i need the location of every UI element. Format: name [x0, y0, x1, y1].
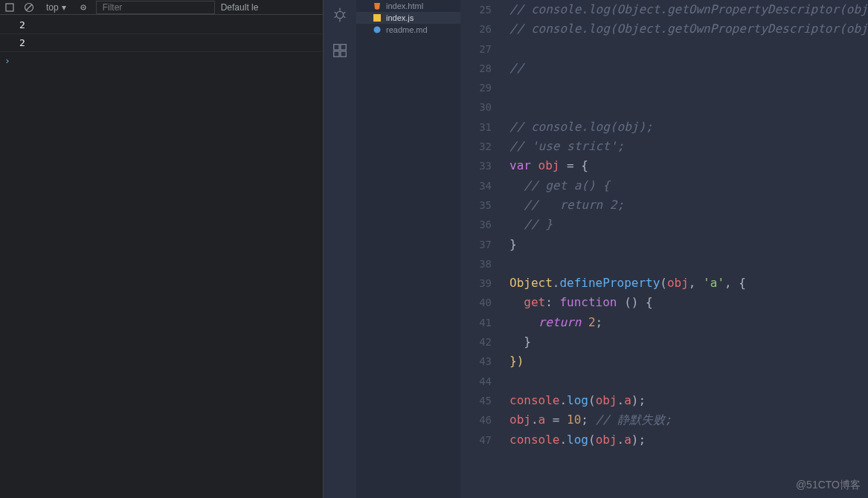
explorer-file[interactable]: readme.md [356, 24, 460, 36]
clear-console-icon[interactable] [22, 1, 36, 14]
code-line[interactable]: console.log(obj.a); [509, 391, 868, 410]
code-line[interactable]: }) [509, 352, 868, 371]
svg-line-2 [26, 4, 32, 10]
md-file-icon [373, 25, 382, 34]
line-number: 29 [460, 78, 492, 97]
line-number: 36 [460, 215, 492, 234]
code-line[interactable] [509, 39, 868, 59]
line-number: 27 [460, 39, 492, 59]
js-file-icon [373, 13, 382, 22]
console-output: 2 2 › [0, 15, 323, 71]
log-levels-dropdown[interactable]: Default le [221, 2, 259, 13]
line-number: 32 [460, 137, 492, 156]
line-number: 40 [460, 293, 492, 312]
console-entry[interactable]: 2 [0, 34, 323, 52]
code-line[interactable] [509, 254, 868, 274]
line-number: 25 [460, 0, 492, 19]
line-number: 26 [460, 19, 492, 39]
devtools-panel: top ▾ Default le 2 2 › [0, 0, 324, 498]
line-number: 44 [460, 372, 492, 391]
console-entry[interactable]: 2 [0, 16, 323, 34]
code-line[interactable] [509, 78, 868, 97]
code-line[interactable]: console.log(obj.a); [509, 430, 868, 450]
svg-rect-16 [373, 14, 381, 22]
file-name-label: index.js [386, 13, 414, 22]
filter-input[interactable] [96, 1, 215, 14]
code-line[interactable]: // 'use strict'; [509, 137, 868, 156]
line-number: 34 [460, 176, 492, 195]
execution-context-dropdown[interactable]: top ▾ [42, 2, 71, 13]
code-line[interactable]: // console.log(obj); [509, 117, 868, 137]
code-line[interactable]: } [509, 235, 868, 254]
file-name-label: index.html [386, 1, 423, 10]
live-expression-icon[interactable] [77, 1, 90, 14]
code-line[interactable]: var obj = { [509, 156, 868, 175]
svg-point-5 [336, 11, 343, 18]
line-number: 28 [460, 59, 492, 78]
svg-rect-14 [334, 51, 339, 56]
context-label: top [46, 2, 59, 13]
svg-rect-15 [341, 51, 346, 56]
code-line[interactable]: return 2; [509, 313, 868, 332]
watermark: @51CTO博客 [796, 479, 861, 492]
svg-rect-0 [6, 4, 13, 11]
debug-icon[interactable] [329, 4, 350, 25]
svg-line-10 [335, 16, 337, 18]
svg-line-8 [335, 12, 337, 13]
devtools-toolbar: top ▾ Default le [0, 0, 323, 15]
svg-rect-12 [334, 45, 339, 50]
code-line[interactable]: // [509, 59, 868, 78]
code-line[interactable]: get: function () { [509, 293, 868, 312]
svg-line-11 [344, 16, 346, 18]
code-line[interactable]: // return 2; [509, 195, 868, 215]
code-line[interactable]: // get a() { [509, 176, 868, 195]
line-number: 30 [460, 97, 492, 117]
line-number: 35 [460, 195, 492, 215]
file-explorer: index.htmlindex.jsreadme.md [356, 0, 460, 498]
explorer-file[interactable]: index.html [356, 0, 460, 12]
line-number: 33 [460, 156, 492, 175]
code-line[interactable]: } [509, 332, 868, 352]
stop-icon[interactable] [3, 1, 16, 14]
code-content[interactable]: // console.log(Object.getOwnPropertyDesc… [509, 0, 868, 450]
html-file-icon [373, 1, 382, 10]
svg-line-9 [344, 12, 346, 13]
line-number: 37 [460, 235, 492, 254]
code-line[interactable]: // console.log(Object.getOwnPropertyDesc… [509, 0, 868, 19]
svg-point-17 [374, 27, 381, 33]
code-line[interactable] [509, 97, 868, 117]
code-line[interactable]: // console.log(Object.getOwnPropertyDesc… [509, 19, 868, 39]
line-gutter: 2526272829303132333435363738394041424344… [460, 0, 505, 450]
file-name-label: readme.md [386, 25, 428, 34]
svg-point-4 [83, 7, 84, 8]
line-number: 47 [460, 430, 492, 450]
explorer-file[interactable]: index.js [356, 12, 460, 24]
line-number: 39 [460, 274, 492, 293]
chevron-down-icon: ▾ [62, 2, 66, 13]
line-number: 38 [460, 254, 492, 274]
activity-bar [324, 0, 356, 498]
code-line[interactable]: // } [509, 215, 868, 234]
code-line[interactable] [509, 372, 868, 391]
line-number: 45 [460, 391, 492, 410]
svg-rect-13 [341, 45, 346, 50]
line-number: 31 [460, 117, 492, 137]
code-editor[interactable]: 2526272829303132333435363738394041424344… [460, 0, 868, 498]
line-number: 43 [460, 352, 492, 371]
console-prompt[interactable]: › [0, 52, 323, 69]
code-line[interactable]: Object.defineProperty(obj, 'a', { [509, 274, 868, 293]
levels-label: Default le [221, 2, 259, 13]
line-number: 42 [460, 332, 492, 352]
extensions-icon[interactable] [329, 40, 350, 61]
line-number: 46 [460, 410, 492, 430]
code-line[interactable]: obj.a = 10; // 静默失败; [509, 410, 868, 430]
line-number: 41 [460, 313, 492, 332]
